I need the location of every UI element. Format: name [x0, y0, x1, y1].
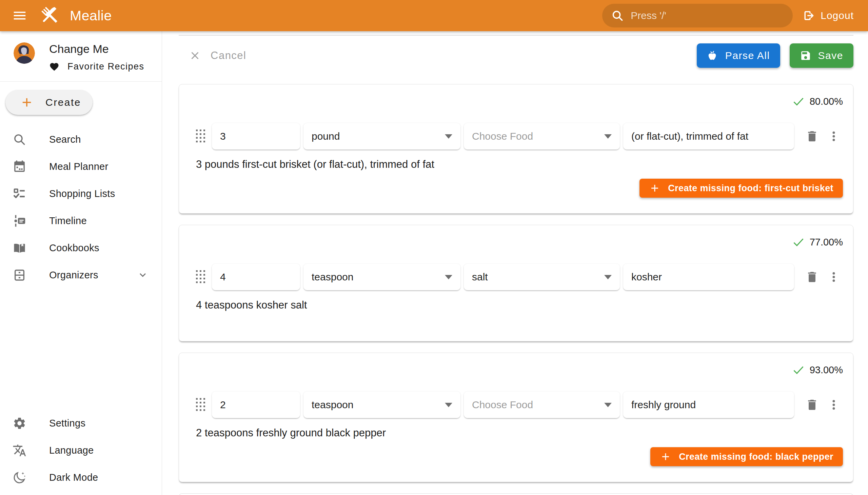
- confidence-row: 77.00%: [196, 235, 843, 249]
- app-title: Mealie: [70, 8, 112, 24]
- avatar[interactable]: [14, 42, 35, 64]
- delete-ingredient-button[interactable]: [803, 127, 821, 146]
- confidence-value: 93.00%: [810, 364, 843, 376]
- sidebar-item-organizers[interactable]: Organizers: [0, 261, 162, 289]
- sidebar-item-timeline[interactable]: Timeline: [0, 207, 162, 234]
- sidebar-nav: Search Meal Planner Shopping Lists Timel…: [0, 126, 162, 289]
- cookbook-icon: [13, 241, 27, 255]
- quantity-value: 4: [220, 271, 226, 283]
- fork-knife-icon: [39, 5, 61, 27]
- sidebar-item-shopping-lists[interactable]: Shopping Lists: [0, 180, 162, 207]
- sidebar-item-dark-mode[interactable]: Dark Mode: [0, 464, 162, 491]
- logout-button[interactable]: Logout: [802, 9, 854, 22]
- food-select[interactable]: salt: [464, 264, 620, 290]
- sidebar-bottom-nav: Settings Language Dark Mode: [0, 410, 162, 491]
- confidence-row: 93.00%: [196, 363, 843, 377]
- close-icon: [189, 50, 201, 62]
- unit-value: teaspoon: [311, 399, 353, 411]
- food-select[interactable]: Choose Food: [464, 123, 620, 150]
- delete-ingredient-button[interactable]: [803, 396, 821, 414]
- unit-select[interactable]: pound: [304, 123, 460, 150]
- ingredient-card-partial: [179, 493, 853, 495]
- quantity-input[interactable]: 2: [212, 392, 300, 418]
- drag-handle[interactable]: [196, 270, 206, 284]
- create-missing-food-button[interactable]: Create missing food: black pepper: [650, 447, 843, 466]
- user-section: Change Me Favorite Recipes: [0, 31, 162, 81]
- ingredient-fields-row: 4 teaspoon salt kosher: [196, 264, 843, 290]
- missing-food-row: Create missing food: black pepper: [196, 447, 843, 466]
- drag-handle[interactable]: [196, 398, 206, 412]
- hamburger-icon: [12, 8, 28, 23]
- sidebar-item-search[interactable]: Search: [0, 126, 162, 153]
- favorite-recipes-link[interactable]: Favorite Recipes: [49, 62, 144, 72]
- sidebar-item-label: Timeline: [49, 215, 87, 226]
- dropdown-arrow-icon: [445, 134, 452, 139]
- sidebar-item-label: Organizers: [49, 270, 98, 281]
- archive-icon: [13, 268, 27, 282]
- sidebar-item-cookbooks[interactable]: Cookbooks: [0, 234, 162, 261]
- unit-value: teaspoon: [311, 271, 353, 283]
- checklist-icon: [13, 187, 27, 201]
- quantity-value: 3: [220, 131, 226, 142]
- ingredient-card: 80.00% 3 pound Choose Food (or flat-cut)…: [179, 84, 853, 214]
- chevron-down-icon[interactable]: [137, 269, 149, 281]
- logout-label: Logout: [820, 10, 854, 21]
- confidence-row: 80.00%: [196, 95, 843, 108]
- sidebar-item-label: Shopping Lists: [49, 188, 115, 199]
- note-input[interactable]: kosher: [623, 264, 794, 290]
- create-missing-food-button[interactable]: Create missing food: first-cut brisket: [640, 179, 843, 198]
- user-name[interactable]: Change Me: [49, 42, 144, 56]
- dropdown-arrow-icon: [445, 403, 452, 407]
- original-ingredient-text: 3 pounds first-cut brisket (or flat-cut)…: [196, 158, 843, 171]
- confidence-value: 77.00%: [810, 237, 843, 248]
- check-icon: [792, 236, 805, 249]
- ingredient-fields-row: 3 pound Choose Food (or flat-cut), trimm…: [196, 123, 843, 150]
- sidebar-item-meal-planner[interactable]: Meal Planner: [0, 153, 162, 180]
- original-ingredient-text: 4 teaspoons kosher salt: [196, 299, 843, 311]
- app-logo[interactable]: [39, 5, 61, 27]
- save-label: Save: [818, 50, 843, 62]
- ingredient-menu-button[interactable]: [824, 127, 843, 146]
- trash-icon: [805, 130, 819, 143]
- cancel-button[interactable]: Cancel: [189, 50, 246, 62]
- drag-handle[interactable]: [196, 130, 206, 143]
- note-input[interactable]: (or flat-cut), trimmed of fat: [623, 123, 794, 150]
- quantity-value: 2: [220, 399, 226, 411]
- ingredient-fields-row: 2 teaspoon Choose Food freshly ground: [196, 392, 843, 418]
- unit-select[interactable]: teaspoon: [304, 392, 460, 418]
- search-input[interactable]: Press '/': [602, 4, 793, 28]
- sidebar-item-settings[interactable]: Settings: [0, 410, 162, 437]
- create-button[interactable]: Create: [5, 90, 92, 115]
- cancel-label: Cancel: [210, 50, 246, 62]
- quantity-input[interactable]: 4: [212, 264, 300, 290]
- sidebar-item-label: Search: [49, 134, 81, 145]
- plus-icon: [20, 95, 34, 109]
- note-value: kosher: [631, 271, 662, 283]
- logout-icon: [802, 9, 815, 22]
- menu-button[interactable]: [9, 5, 31, 27]
- content-divider: [179, 35, 853, 36]
- ingredient-menu-button[interactable]: [824, 396, 843, 414]
- parse-all-label: Parse All: [725, 50, 770, 62]
- apple-icon: [707, 50, 718, 62]
- heart-icon: [49, 62, 59, 72]
- food-select[interactable]: Choose Food: [464, 392, 620, 418]
- food-placeholder: Choose Food: [472, 131, 533, 142]
- dropdown-arrow-icon: [604, 134, 612, 139]
- sidebar-item-label: Dark Mode: [49, 472, 98, 483]
- note-input[interactable]: freshly ground: [623, 392, 794, 418]
- note-value: freshly ground: [631, 399, 696, 411]
- unit-select[interactable]: teaspoon: [304, 264, 460, 290]
- delete-ingredient-button[interactable]: [803, 268, 821, 286]
- dropdown-arrow-icon: [604, 275, 612, 279]
- ingredient-menu-button[interactable]: [824, 268, 843, 286]
- quantity-input[interactable]: 3: [212, 123, 300, 150]
- sidebar-item-label: Language: [49, 445, 93, 456]
- parse-all-button[interactable]: Parse All: [697, 44, 780, 68]
- check-icon: [792, 95, 805, 108]
- sidebar-divider: [0, 81, 162, 82]
- sidebar-item-language[interactable]: Language: [0, 437, 162, 464]
- check-icon: [792, 363, 805, 376]
- save-button[interactable]: Save: [790, 44, 853, 68]
- save-icon: [800, 50, 811, 62]
